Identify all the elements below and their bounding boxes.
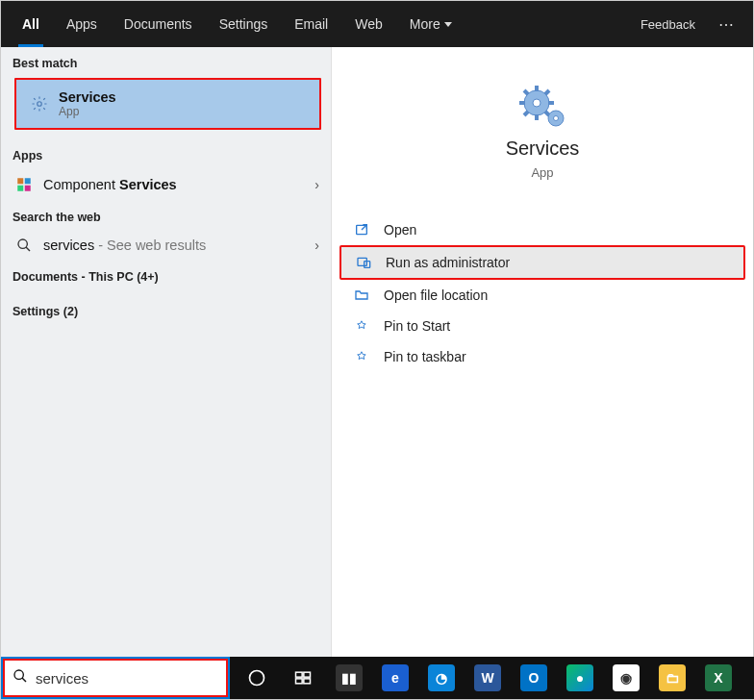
search-icon [13,238,36,253]
taskbar-app-excel-icon[interactable]: X [697,657,740,699]
taskbar-app-edge2-icon[interactable]: ● [559,657,601,699]
preview-title: Services [506,138,580,160]
tab-documents[interactable]: Documents [111,1,206,47]
search-input[interactable] [36,670,218,687]
section-best-match: Best match [1,47,331,76]
svg-rect-2 [25,178,31,184]
svg-point-18 [554,116,559,121]
action-list: Open Run as administrator Open file loca… [332,209,753,378]
action-pin-to-start[interactable]: Pin to Start [339,311,745,341]
section-settings[interactable]: Settings (2) [1,289,331,324]
svg-rect-3 [17,186,23,191]
overflow-menu-icon[interactable] [709,15,745,34]
section-apps: Apps [1,139,331,168]
tab-settings[interactable]: Settings [206,1,282,47]
tab-all[interactable]: All [9,1,53,47]
svg-line-15 [524,112,528,115]
bottom-bar: ▮▮ e ◔ W O ● ◉ 🗀 X T [1,657,753,699]
result-title: Component Services [43,177,177,192]
pin-icon [353,318,370,334]
taskbar-cortana-icon[interactable] [236,657,278,699]
taskbar-app-word-icon[interactable]: W [466,657,509,699]
preview-panel: Services App Open Run as administrator O… [332,47,753,657]
results-panel: Best match Services App Apps Component S… [1,47,332,657]
search-box[interactable] [1,657,230,699]
chevron-right-icon: › [314,238,319,253]
preview-subtitle: App [531,165,553,180]
svg-point-5 [18,239,27,248]
taskbar-app-browser-icon[interactable]: e [374,657,416,699]
action-run-as-administrator[interactable]: Run as administrator [339,245,745,280]
taskbar-app-library-icon[interactable]: ▮▮ [328,657,370,699]
taskbar: ▮▮ e ◔ W O ● ◉ 🗀 X T [230,657,754,699]
svg-rect-27 [296,679,303,684]
taskbar-app-teams-icon[interactable]: T [747,657,754,699]
taskbar-taskview-icon[interactable] [282,657,324,699]
svg-rect-28 [304,679,311,684]
action-label: Pin to taskbar [384,349,466,364]
result-component-services[interactable]: Component Services › [1,168,331,201]
svg-rect-20 [358,258,366,265]
svg-rect-1 [17,178,23,184]
component-services-icon [13,176,36,193]
result-web-services[interactable]: services - See web results › [1,230,331,261]
services-gear-icon [512,80,573,132]
taskbar-app-outlook-icon[interactable]: O [513,657,555,699]
action-open-file-location[interactable]: Open file location [339,280,745,311]
svg-point-8 [533,99,540,107]
content-body: Best match Services App Apps Component S… [1,47,753,657]
folder-icon [353,288,370,303]
gear-icon [28,96,51,112]
svg-rect-4 [25,186,31,191]
action-pin-to-taskbar[interactable]: Pin to taskbar [339,341,745,372]
preview-hero: Services App [332,70,753,209]
chevron-down-icon [444,22,452,27]
svg-line-6 [26,247,30,251]
svg-point-22 [14,670,23,679]
chevron-right-icon: › [314,177,319,192]
result-best-match-services[interactable]: Services App [14,78,321,130]
svg-line-13 [524,90,528,94]
result-title: Services [59,89,116,105]
tab-web[interactable]: Web [341,1,396,47]
svg-rect-25 [296,672,303,677]
search-icon [13,668,28,688]
result-title: services - See web results [43,238,206,253]
action-label: Open [384,222,416,238]
feedback-link[interactable]: Feedback [627,17,709,32]
action-label: Open file location [384,288,488,303]
top-filter-bar: All Apps Documents Settings Email Web Mo… [1,1,753,47]
shield-admin-icon [355,255,372,270]
section-search-web: Search the web [1,201,331,230]
action-open[interactable]: Open [339,214,745,245]
tab-apps[interactable]: Apps [53,1,111,47]
tab-more[interactable]: More [396,1,465,47]
start-menu-search-window: All Apps Documents Settings Email Web Mo… [0,0,754,700]
action-label: Run as administrator [386,255,510,270]
svg-rect-26 [304,672,311,677]
svg-point-0 [38,102,42,107]
svg-point-24 [250,671,264,686]
tab-email[interactable]: Email [281,1,341,47]
taskbar-app-explorer-icon[interactable]: 🗀 [651,657,693,699]
result-subtitle: App [59,105,116,118]
open-icon [353,222,370,238]
taskbar-app-chrome-icon[interactable]: ◉ [605,657,647,699]
svg-line-23 [22,678,26,682]
svg-line-16 [545,90,549,94]
action-label: Pin to Start [384,318,450,334]
taskbar-app-edge-icon[interactable]: ◔ [420,657,463,699]
pin-icon [353,349,370,364]
section-documents[interactable]: Documents - This PC (4+) [1,261,331,289]
